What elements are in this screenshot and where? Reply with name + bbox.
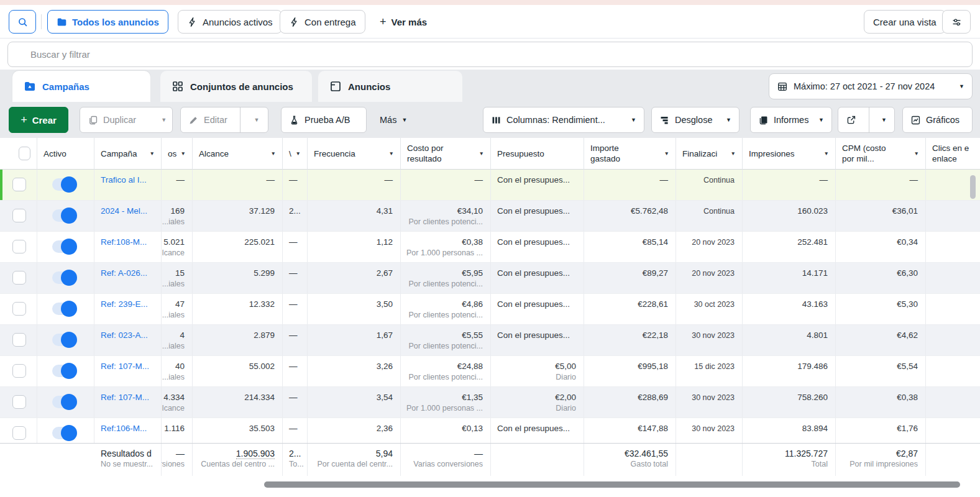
sort-caret-icon[interactable]: ▼ [271, 148, 276, 159]
search-filter-input[interactable] [7, 42, 973, 67]
cost-per-result-cell: — [401, 170, 491, 201]
col-header-resultados[interactable]: os▼ [162, 138, 193, 170]
active-toggle[interactable] [52, 271, 76, 284]
active-toggle[interactable] [52, 427, 76, 439]
campaign-link[interactable]: Ref:106-M... [101, 423, 161, 434]
row-checkbox[interactable] [12, 302, 26, 316]
impressions-cell: 252.481 [743, 232, 836, 263]
crear-vista-button[interactable]: Crear una vista [864, 10, 946, 34]
create-button[interactable]: + Crear [9, 107, 68, 133]
sort-caret-icon[interactable]: ▼ [181, 148, 186, 159]
sort-caret-icon[interactable]: ▼ [389, 148, 394, 159]
ab-test-button[interactable]: Prueba A/B [281, 107, 367, 133]
filter-active-ads-button[interactable]: Anuncios activos [178, 10, 282, 34]
duplicate-caret-button[interactable]: ▼ [153, 107, 174, 132]
sort-caret-icon[interactable]: ▼ [664, 148, 669, 159]
cost-per-result-cell: €1,35Por 1.000 personas ... [401, 387, 491, 418]
budget-cell: Con el presupues... [491, 263, 584, 294]
col-header-campana[interactable]: Campaña▼ [94, 138, 162, 170]
filter-all-ads-button[interactable]: Todos los anuncios [47, 10, 168, 34]
filter-label: Con entrega [305, 17, 356, 27]
active-toggle[interactable] [52, 178, 76, 191]
col-header-col5[interactable]: \▼ [283, 138, 308, 170]
edit-button[interactable]: Editar ▼ [180, 107, 268, 133]
col-header-activo[interactable]: Activo [37, 138, 94, 170]
campaign-link[interactable]: Ref: 239-E... [101, 299, 161, 310]
ver-mas-button[interactable]: + Ver más [370, 10, 436, 34]
plus-icon: + [380, 16, 387, 27]
duplicate-button[interactable]: Duplicar ▼ [80, 107, 173, 133]
edit-caret-button[interactable]: ▼ [245, 107, 268, 132]
row-checkbox[interactable] [12, 271, 26, 285]
col-header-cpm[interactable]: CPM (costo por mil...▼ [836, 138, 926, 170]
frequency-cell: — [308, 170, 401, 201]
active-toggle[interactable] [52, 365, 76, 377]
col-header-frecuencia[interactable]: Frecuencia▼ [308, 138, 401, 170]
totals-frequency-cell: 5,94Por cuenta del centr... [308, 444, 401, 476]
row-checkbox[interactable] [12, 209, 26, 222]
reports-button[interactable]: Informes ▼ [750, 107, 832, 133]
tab-conjuntos[interactable]: Conjuntos de anuncios [160, 71, 312, 102]
sort-caret-icon[interactable]: ▼ [479, 148, 484, 159]
calendar-icon [777, 81, 788, 92]
tab-label: Campañas [42, 81, 89, 92]
horizontal-scrollbar[interactable] [264, 481, 960, 488]
active-toggle[interactable] [52, 209, 76, 222]
charts-button[interactable]: Gráficos [902, 107, 973, 133]
vertical-scrollbar[interactable] [970, 175, 976, 199]
col-header-label: Activo [44, 148, 66, 159]
col-header-alcance[interactable]: Alcance▼ [193, 138, 283, 170]
export-caret-button[interactable]: ▼ [874, 107, 894, 132]
row-select-cell [0, 201, 37, 232]
row-checkbox[interactable] [12, 240, 26, 253]
search-button[interactable] [9, 10, 36, 34]
sort-caret-icon[interactable]: ▼ [296, 148, 301, 159]
ver-mas-label: Ver más [392, 17, 428, 27]
row-active-cell [37, 294, 94, 325]
budget-cell: Con el presupues... [491, 325, 584, 356]
active-toggle[interactable] [52, 240, 76, 253]
campaign-link[interactable]: Trafico al I... [101, 175, 161, 186]
sort-caret-icon[interactable]: ▼ [731, 148, 736, 159]
breakdown-button[interactable]: Desglose ▼ [651, 107, 740, 133]
col-header-costo[interactable]: Costo por resultado▼ [401, 138, 491, 170]
results-cell: 4iales... [162, 325, 193, 356]
cpm-cell: €36,01 [836, 201, 926, 232]
campaign-link[interactable]: Ref: 107-M... [101, 392, 161, 403]
reach-cell: 37.129 [193, 201, 283, 232]
sort-caret-icon[interactable]: ▼ [150, 148, 155, 159]
col-header-impresiones[interactable]: Impresiones▼ [743, 138, 836, 170]
filter-delivery-button[interactable]: Con entrega [280, 10, 365, 34]
active-toggle[interactable] [52, 303, 76, 315]
select-all-checkbox[interactable] [19, 147, 30, 160]
sort-caret-icon[interactable]: ▼ [824, 148, 829, 159]
row-checkbox[interactable] [12, 426, 26, 440]
col-header-finalizacion[interactable]: Finalizaci▼ [676, 138, 743, 170]
date-range-button[interactable]: Máximo: 27 oct 2021 - 27 nov 2024 ▼ [769, 73, 973, 99]
active-toggle[interactable] [52, 396, 76, 408]
row-checkbox[interactable] [12, 178, 26, 191]
sort-caret-icon[interactable]: ▼ [914, 148, 919, 159]
campaign-link[interactable]: 2024 - Mel... [101, 206, 161, 217]
budget-cell: Con el presupues... [491, 201, 584, 232]
col-header-label: \ [289, 148, 291, 159]
truncated-cell: — [283, 325, 308, 356]
col-header-clics[interactable]: Clics en e enlace [926, 138, 980, 170]
row-checkbox[interactable] [12, 395, 26, 409]
export-button[interactable]: ▼ [838, 107, 895, 133]
filter-settings-button[interactable] [942, 10, 971, 34]
campaign-link[interactable]: Ref: A-026... [101, 268, 161, 279]
col-header-presupuesto[interactable]: Presupuesto [491, 138, 584, 170]
active-toggle[interactable] [52, 334, 76, 346]
tab-anuncios[interactable]: Anuncios [318, 71, 462, 102]
campaign-link[interactable]: Ref: 107-M... [101, 361, 161, 372]
totals-impressions-cell: 11.325.727Total [743, 444, 836, 476]
campaign-link[interactable]: Ref: 023-A... [101, 330, 161, 341]
more-button[interactable]: Más ▼ [372, 107, 421, 133]
row-checkbox[interactable] [12, 364, 26, 378]
row-checkbox[interactable] [12, 333, 26, 347]
tab-campanas[interactable]: Campañas [12, 71, 150, 102]
campaign-link[interactable]: Ref:108-M... [101, 237, 161, 248]
columns-button[interactable]: Columnas: Rendimient... ▼ [483, 107, 644, 133]
col-header-importe[interactable]: Importe gastado▼ [584, 138, 676, 170]
